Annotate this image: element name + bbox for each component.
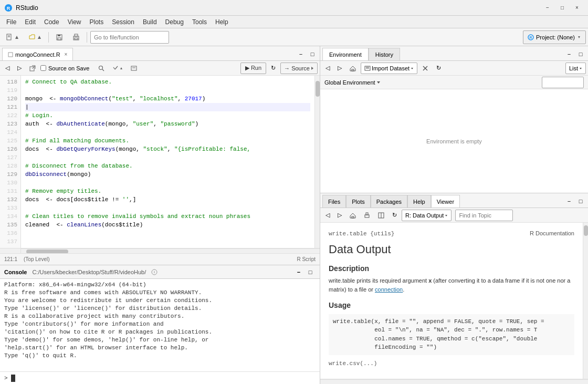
console-content[interactable]: Platform: x86_64-w64-mingw32/x64 (64-bit… <box>0 279 320 371</box>
console-panel: Console C:/Users/kbecker/Desktop/Stuff/R… <box>0 265 320 384</box>
doc-connection-link[interactable]: connection <box>375 286 403 293</box>
env-toolbar: ◁ ▷ Import Dataset ↻ List <box>320 61 588 76</box>
list-button[interactable]: List <box>565 63 586 74</box>
menu-item-edit[interactable]: Edit <box>20 17 40 27</box>
forward-button[interactable]: ▷ <box>14 63 25 74</box>
expand-editor-button[interactable]: □ <box>307 49 318 59</box>
svg-marker-43 <box>445 215 447 216</box>
project-button[interactable]: R Project: (None) <box>523 30 586 44</box>
source-on-save-label: Source on Save <box>48 65 89 71</box>
env-clear-button[interactable] <box>419 63 432 74</box>
show-in-new-window-button[interactable] <box>26 63 39 74</box>
viewer-vscroll[interactable] <box>583 223 588 379</box>
find-in-topic-input[interactable] <box>455 210 513 221</box>
maximize-button[interactable]: □ <box>555 3 569 13</box>
code-tools-button[interactable] <box>109 63 126 74</box>
svg-line-20 <box>102 69 104 71</box>
close-button[interactable]: × <box>570 3 584 13</box>
viewer-refresh-button[interactable]: ↻ <box>389 210 400 221</box>
toolbar-separator-1 <box>48 32 49 43</box>
source-on-save-checkbox[interactable]: Source on Save <box>40 65 89 71</box>
viewer-print-button[interactable] <box>361 210 373 221</box>
minimize-button[interactable]: − <box>541 3 554 13</box>
collapse-env-button[interactable]: − <box>564 49 574 59</box>
import-dataset-label: Import Dataset <box>372 65 410 71</box>
expand-console-button[interactable]: □ <box>305 267 316 277</box>
menu-item-build[interactable]: Build <box>139 17 161 27</box>
viewer-hscroll[interactable] <box>320 379 588 384</box>
tab-plots[interactable]: Plots <box>346 195 370 207</box>
import-dataset-button[interactable]: Import Dataset <box>361 63 417 74</box>
console-path-icon[interactable] <box>151 269 158 275</box>
open-file-button[interactable] <box>25 30 45 44</box>
collapse-files-button[interactable]: − <box>564 196 574 206</box>
find-button[interactable] <box>95 63 108 74</box>
viewer-home-button[interactable] <box>346 210 359 221</box>
tab-history[interactable]: History <box>369 48 400 60</box>
save-button[interactable] <box>52 30 67 44</box>
console-line: R is free software and comes with ABSOLU… <box>4 289 316 297</box>
app-title: RStudio <box>16 4 541 12</box>
compile-button[interactable] <box>128 63 140 74</box>
tab-close-icon[interactable]: × <box>65 51 68 57</box>
env-back-button[interactable]: ◁ <box>322 63 333 74</box>
line-numbers: 118 119 120 121 122 123 124 125 126 127 … <box>0 76 21 248</box>
tab-files[interactable]: Files <box>322 195 346 207</box>
back-button[interactable]: ◁ <box>2 63 13 74</box>
tab-environment[interactable]: Environment <box>322 48 369 60</box>
import-chevron-icon <box>411 67 414 70</box>
env-forward-button[interactable]: ▷ <box>334 63 345 74</box>
svg-rect-29 <box>352 69 354 71</box>
collapse-editor-button[interactable]: − <box>296 49 306 59</box>
print-button[interactable] <box>69 30 83 44</box>
svg-rect-16 <box>8 53 13 57</box>
goto-input[interactable] <box>90 31 169 44</box>
tab-packages[interactable]: Packages <box>371 195 407 207</box>
menu-item-plots[interactable]: Plots <box>86 17 108 27</box>
source-button[interactable]: → Source <box>280 63 318 74</box>
tab-help[interactable]: Help <box>407 195 431 207</box>
tab-viewer[interactable]: Viewer <box>431 195 460 207</box>
new-file-button[interactable] <box>2 30 23 44</box>
data-output-button[interactable]: R: Data Output <box>402 210 452 221</box>
menu-item-tools[interactable]: Tools <box>188 17 211 27</box>
svg-marker-5 <box>15 36 18 39</box>
env-search[interactable] <box>542 77 584 88</box>
svg-line-22 <box>115 66 118 69</box>
collapse-console-button[interactable]: − <box>293 267 304 277</box>
svg-rect-9 <box>58 35 60 36</box>
cursor-position: 121:1 <box>4 256 17 262</box>
viewer-locate-button[interactable] <box>375 210 387 221</box>
menu-item-view[interactable]: View <box>64 17 86 27</box>
console-line: Type 'contributors()' for more informati… <box>4 320 316 328</box>
svg-point-19 <box>99 66 103 69</box>
menu-item-session[interactable]: Session <box>108 17 139 27</box>
menu-item-code[interactable]: Code <box>40 17 64 27</box>
run-button[interactable]: ▶ Run <box>240 63 266 74</box>
rerun-button[interactable]: ↻ <box>268 63 279 74</box>
viewer-content[interactable]: write.table {utils} R Documentation Data… <box>320 223 583 379</box>
code-editor[interactable]: # Connect to QA database. mongo <- mongo… <box>21 76 314 248</box>
menu-item-file[interactable]: File <box>2 17 20 27</box>
env-home-button[interactable] <box>346 63 359 74</box>
files-tabs: Files Plots Packages Help Viewer − □ <box>320 193 588 208</box>
svg-rect-40 <box>366 213 368 215</box>
menu-item-debug[interactable]: Debug <box>161 17 188 27</box>
doc-usage-header: Usage <box>329 300 574 311</box>
global-env-bar: Global Environment <box>320 76 588 89</box>
expand-files-button[interactable]: □ <box>575 196 586 206</box>
env-refresh-button[interactable]: ↻ <box>433 63 444 74</box>
menu-item-help[interactable]: Help <box>211 17 233 27</box>
console-path: C:/Users/kbecker/Desktop/Stuff/R/videoHu… <box>32 269 146 275</box>
editor-vscroll[interactable] <box>314 76 320 248</box>
console-title: Console <box>4 269 27 275</box>
svg-line-21 <box>113 67 115 69</box>
editor-tab-mongoconnect[interactable]: mongoConnect.R × <box>2 48 73 60</box>
svg-marker-26 <box>311 67 313 70</box>
viewer-back-button[interactable]: ◁ <box>322 210 333 221</box>
project-label: Project: (None) <box>536 34 575 40</box>
files-toolbar: ◁ ▷ ↻ R: Data Output <box>320 208 588 223</box>
env-empty-msg: Environment is empty <box>426 138 482 144</box>
viewer-forward-button[interactable]: ▷ <box>334 210 345 221</box>
expand-env-button[interactable]: □ <box>575 49 586 59</box>
